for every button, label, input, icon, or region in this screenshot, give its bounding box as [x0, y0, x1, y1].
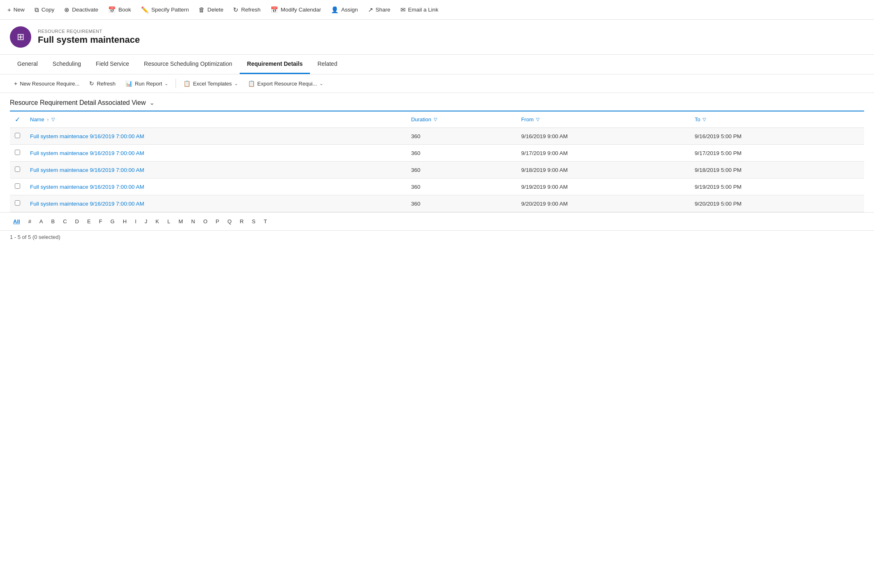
row-check-input-2[interactable]	[15, 167, 20, 172]
page-letter-m[interactable]: M	[175, 217, 186, 226]
row-to-0: 9/16/2019 5:00 PM	[690, 128, 864, 145]
tab-scheduling[interactable]: Scheduling	[45, 55, 88, 74]
export-chevron-icon: ⌄	[319, 81, 323, 86]
copy-label: Copy	[42, 7, 55, 13]
specify-pattern-label: Specify Pattern	[151, 7, 189, 13]
row-checkbox-4[interactable]	[10, 195, 25, 212]
page-letter-p[interactable]: P	[213, 217, 223, 226]
sub-btn-excel-templates[interactable]: 📋Excel Templates⌄	[179, 78, 242, 89]
page-letter-s[interactable]: S	[249, 217, 259, 226]
row-check-input-3[interactable]	[15, 183, 20, 189]
check-all-icon[interactable]: ✓	[15, 116, 20, 123]
view-title-chevron-icon[interactable]: ⌄	[149, 99, 155, 106]
toolbar-btn-modify-calendar[interactable]: 📅Modify Calendar	[266, 4, 325, 16]
row-checkbox-2[interactable]	[10, 162, 25, 178]
avatar-icon: ⊞	[17, 32, 24, 42]
row-from-3: 9/19/2019 9:00 AM	[516, 178, 690, 195]
export-sub-label: Export Resource Requi...	[257, 81, 317, 87]
sub-btn-export[interactable]: 📋Export Resource Requi...⌄	[244, 78, 327, 89]
page-letter-n[interactable]: N	[188, 217, 198, 226]
page-letter-h[interactable]: H	[120, 217, 130, 226]
page-letter-b[interactable]: B	[48, 217, 58, 226]
toolbar-btn-email-a-link[interactable]: ✉Email a Link	[396, 4, 443, 16]
name-filter-icon[interactable]: ▽	[51, 117, 55, 122]
select-all-header: ✓	[10, 111, 25, 128]
view-title-bar: Resource Requirement Detail Associated V…	[0, 93, 874, 111]
page-letter-d[interactable]: D	[72, 217, 82, 226]
toolbar-btn-deactivate[interactable]: ⊗Deactivate	[60, 4, 102, 16]
page-letter-r[interactable]: R	[236, 217, 247, 226]
row-name-4[interactable]: Full system maintenace 9/16/2019 7:00:00…	[25, 195, 406, 212]
page-letter-f[interactable]: F	[96, 217, 106, 226]
col-duration: Duration ▽	[406, 111, 516, 128]
modify-calendar-icon: 📅	[271, 6, 278, 14]
name-sort-icon[interactable]: ↑	[47, 117, 49, 122]
tab-requirement-details[interactable]: Requirement Details	[240, 55, 310, 74]
page-letter-all[interactable]: All	[10, 217, 23, 226]
sub-btn-refresh[interactable]: ↻Refresh	[85, 78, 120, 89]
book-label: Book	[118, 7, 131, 13]
tab-field-service[interactable]: Field Service	[88, 55, 136, 74]
row-duration-2: 360	[406, 162, 516, 178]
toolbar-btn-new[interactable]: +New	[3, 4, 29, 16]
nav-tabs: GeneralSchedulingField ServiceResource S…	[0, 55, 874, 74]
page-letter-#[interactable]: #	[25, 217, 35, 226]
row-check-input-4[interactable]	[15, 200, 20, 206]
row-checkbox-0[interactable]	[10, 128, 25, 145]
toolbar-btn-specify-pattern[interactable]: ✏️Specify Pattern	[137, 4, 193, 16]
page-letter-l[interactable]: L	[164, 217, 173, 226]
page-letter-c[interactable]: C	[60, 217, 70, 226]
share-label: Share	[376, 7, 391, 13]
page-letter-j[interactable]: J	[141, 217, 151, 226]
toolbar-btn-refresh[interactable]: ↻Refresh	[229, 4, 264, 16]
new-label: New	[14, 7, 25, 13]
page-letter-i[interactable]: I	[132, 217, 140, 226]
page-letter-e[interactable]: E	[84, 217, 94, 226]
row-name-2[interactable]: Full system maintenace 9/16/2019 7:00:00…	[25, 162, 406, 178]
sub-btn-run-report[interactable]: 📊Run Report⌄	[121, 78, 172, 89]
row-check-input-0[interactable]	[15, 133, 20, 138]
row-checkbox-3[interactable]	[10, 178, 25, 195]
record-title: Full system maintenace	[38, 35, 140, 45]
from-filter-icon[interactable]: ▽	[536, 117, 539, 122]
delete-icon: 🗑	[199, 6, 205, 13]
view-title: Resource Requirement Detail Associated V…	[10, 99, 146, 106]
page-letter-q[interactable]: Q	[224, 217, 235, 226]
page-letter-a[interactable]: A	[36, 217, 46, 226]
page-letter-k[interactable]: K	[152, 217, 162, 226]
toolbar-btn-copy[interactable]: ⧉Copy	[30, 4, 59, 16]
pagination-bar: All#ABCDEFGHIJKLMNOPQRST	[0, 212, 874, 230]
status-bar: 1 - 5 of 5 (0 selected)	[0, 230, 874, 243]
refresh-sub-label: Refresh	[97, 81, 116, 87]
row-from-0: 9/16/2019 9:00 AM	[516, 128, 690, 145]
email-a-link-label: Email a Link	[408, 7, 439, 13]
row-check-input-1[interactable]	[15, 150, 20, 155]
tab-rso[interactable]: Resource Scheduling Optimization	[136, 55, 240, 74]
sub-btn-new-resource-req[interactable]: +New Resource Require...	[10, 78, 83, 89]
status-text: 1 - 5 of 5 (0 selected)	[10, 234, 60, 240]
row-name-1[interactable]: Full system maintenace 9/16/2019 7:00:00…	[25, 145, 406, 162]
table-row: Full system maintenace 9/16/2019 7:00:00…	[10, 162, 864, 178]
row-name-0[interactable]: Full system maintenace 9/16/2019 7:00:00…	[25, 128, 406, 145]
toolbar-btn-book[interactable]: 📅Book	[104, 4, 135, 16]
refresh-label: Refresh	[241, 7, 260, 13]
col-to: To ▽	[690, 111, 864, 128]
duration-filter-icon[interactable]: ▽	[434, 117, 437, 122]
page-letter-t[interactable]: T	[260, 217, 270, 226]
tab-related[interactable]: Related	[310, 55, 345, 74]
refresh-sub-icon: ↻	[89, 80, 94, 87]
col-from: From ▽	[516, 111, 690, 128]
page-letter-o[interactable]: O	[200, 217, 210, 226]
row-name-3[interactable]: Full system maintenace 9/16/2019 7:00:00…	[25, 178, 406, 195]
toolbar-btn-delete[interactable]: 🗑Delete	[194, 4, 227, 16]
row-to-2: 9/18/2019 5:00 PM	[690, 162, 864, 178]
new-resource-req-sub-icon: +	[14, 80, 17, 87]
toolbar-btn-share[interactable]: ↗Share	[364, 4, 395, 16]
table-header: ✓ Name ↑ ▽ Duration ▽	[10, 111, 864, 128]
page-letter-g[interactable]: G	[107, 217, 118, 226]
to-filter-icon[interactable]: ▽	[703, 117, 706, 122]
record-avatar: ⊞	[10, 26, 31, 48]
tab-general[interactable]: General	[10, 55, 45, 74]
toolbar-btn-assign[interactable]: 👤Assign	[327, 4, 362, 16]
row-checkbox-1[interactable]	[10, 145, 25, 162]
